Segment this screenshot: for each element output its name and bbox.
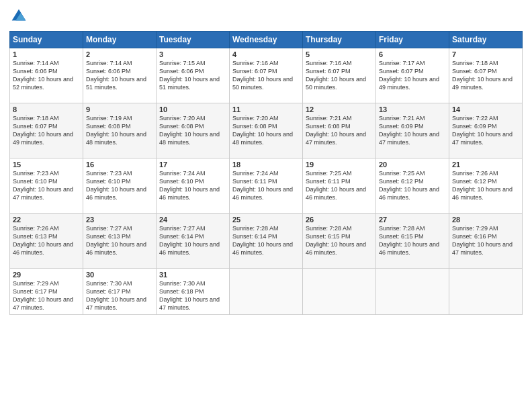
day-number: 13 bbox=[379, 105, 446, 113]
day-number: 15 bbox=[13, 161, 80, 169]
day-info: Sunrise: 7:22 AM Sunset: 6:09 PM Dayligh… bbox=[452, 114, 519, 147]
day-number: 5 bbox=[306, 50, 373, 58]
calendar-cell: 6 Sunrise: 7:17 AM Sunset: 6:07 PM Dayli… bbox=[376, 48, 449, 103]
calendar-cell: 15 Sunrise: 7:23 AM Sunset: 6:10 PM Dayl… bbox=[10, 158, 83, 214]
sunset: Sunset: 6:17 PM bbox=[13, 288, 58, 295]
day-number: 29 bbox=[13, 271, 80, 279]
day-info: Sunrise: 7:21 AM Sunset: 6:08 PM Dayligh… bbox=[306, 114, 373, 147]
sunrise: Sunrise: 7:28 AM bbox=[379, 225, 425, 232]
day-info: Sunrise: 7:16 AM Sunset: 6:07 PM Dayligh… bbox=[232, 59, 300, 92]
calendar-header-row: Sunday Monday Tuesday Wednesday Thursday… bbox=[10, 32, 523, 48]
sunset: Sunset: 6:15 PM bbox=[379, 233, 424, 240]
calendar-cell: 24 Sunrise: 7:27 AM Sunset: 6:14 PM Dayl… bbox=[157, 214, 230, 269]
day-info: Sunrise: 7:25 AM Sunset: 6:12 PM Dayligh… bbox=[379, 169, 446, 202]
sunrise: Sunrise: 7:29 AM bbox=[13, 280, 59, 287]
calendar-cell: 28 Sunrise: 7:29 AM Sunset: 6:16 PM Dayl… bbox=[449, 214, 523, 269]
day-info: Sunrise: 7:27 AM Sunset: 6:13 PM Dayligh… bbox=[86, 224, 153, 257]
daylight: Daylight: 10 hours and 49 minutes. bbox=[452, 76, 513, 91]
sunrise: Sunrise: 7:27 AM bbox=[86, 225, 132, 232]
sunset: Sunset: 6:07 PM bbox=[232, 68, 277, 75]
day-info: Sunrise: 7:26 AM Sunset: 6:12 PM Dayligh… bbox=[452, 169, 519, 202]
daylight: Daylight: 10 hours and 48 minutes. bbox=[232, 131, 293, 146]
daylight: Daylight: 10 hours and 46 minutes. bbox=[13, 241, 73, 256]
sunset: Sunset: 6:13 PM bbox=[13, 233, 58, 240]
day-info: Sunrise: 7:28 AM Sunset: 6:15 PM Dayligh… bbox=[379, 224, 446, 257]
day-info: Sunrise: 7:16 AM Sunset: 6:07 PM Dayligh… bbox=[306, 59, 373, 92]
daylight: Daylight: 10 hours and 46 minutes. bbox=[379, 241, 439, 256]
sunrise: Sunrise: 7:19 AM bbox=[86, 115, 132, 122]
sunset: Sunset: 6:14 PM bbox=[159, 233, 204, 240]
day-info: Sunrise: 7:28 AM Sunset: 6:14 PM Dayligh… bbox=[232, 224, 300, 257]
calendar-cell: 4 Sunrise: 7:16 AM Sunset: 6:07 PM Dayli… bbox=[230, 48, 303, 103]
sunset: Sunset: 6:09 PM bbox=[379, 123, 424, 130]
daylight: Daylight: 10 hours and 46 minutes. bbox=[86, 241, 146, 256]
sunset: Sunset: 6:10 PM bbox=[13, 178, 58, 185]
sunrise: Sunrise: 7:29 AM bbox=[452, 225, 498, 232]
day-info: Sunrise: 7:18 AM Sunset: 6:07 PM Dayligh… bbox=[13, 114, 80, 147]
day-info: Sunrise: 7:19 AM Sunset: 6:08 PM Dayligh… bbox=[86, 114, 153, 147]
sunrise: Sunrise: 7:22 AM bbox=[452, 115, 498, 122]
calendar-cell: 2 Sunrise: 7:14 AM Sunset: 6:06 PM Dayli… bbox=[83, 48, 157, 103]
sunset: Sunset: 6:10 PM bbox=[159, 178, 204, 185]
day-number: 18 bbox=[232, 161, 300, 169]
sunrise: Sunrise: 7:16 AM bbox=[232, 60, 279, 66]
day-info: Sunrise: 7:29 AM Sunset: 6:17 PM Dayligh… bbox=[13, 279, 80, 312]
calendar-cell: 8 Sunrise: 7:18 AM Sunset: 6:07 PM Dayli… bbox=[10, 103, 83, 158]
sunrise: Sunrise: 7:24 AM bbox=[159, 170, 206, 177]
daylight: Daylight: 10 hours and 48 minutes. bbox=[86, 131, 146, 146]
sunrise: Sunrise: 7:30 AM bbox=[86, 280, 132, 287]
daylight: Daylight: 10 hours and 47 minutes. bbox=[13, 186, 73, 201]
calendar-cell: 9 Sunrise: 7:19 AM Sunset: 6:08 PM Dayli… bbox=[83, 103, 157, 158]
daylight: Daylight: 10 hours and 46 minutes. bbox=[232, 241, 293, 256]
daylight: Daylight: 10 hours and 47 minutes. bbox=[306, 131, 366, 146]
calendar-cell: 3 Sunrise: 7:15 AM Sunset: 6:06 PM Dayli… bbox=[157, 48, 230, 103]
sunset: Sunset: 6:08 PM bbox=[86, 123, 131, 130]
sunrise: Sunrise: 7:14 AM bbox=[86, 60, 132, 66]
sunset: Sunset: 6:16 PM bbox=[452, 233, 497, 240]
sunset: Sunset: 6:08 PM bbox=[159, 123, 204, 130]
daylight: Daylight: 10 hours and 46 minutes. bbox=[306, 186, 366, 201]
sunset: Sunset: 6:07 PM bbox=[379, 68, 424, 75]
calendar-cell: 17 Sunrise: 7:24 AM Sunset: 6:10 PM Dayl… bbox=[157, 158, 230, 214]
sunrise: Sunrise: 7:14 AM bbox=[13, 60, 59, 66]
day-info: Sunrise: 7:30 AM Sunset: 6:17 PM Dayligh… bbox=[86, 279, 153, 312]
daylight: Daylight: 10 hours and 46 minutes. bbox=[379, 186, 439, 201]
calendar-cell bbox=[303, 269, 376, 315]
sunrise: Sunrise: 7:26 AM bbox=[13, 225, 59, 232]
day-number: 6 bbox=[379, 50, 446, 58]
sunset: Sunset: 6:09 PM bbox=[452, 123, 497, 130]
day-number: 23 bbox=[86, 216, 153, 224]
header bbox=[9, 7, 523, 26]
day-number: 19 bbox=[306, 161, 373, 169]
calendar-table: Sunday Monday Tuesday Wednesday Thursday… bbox=[9, 31, 523, 315]
day-number: 1 bbox=[13, 50, 80, 58]
sunrise: Sunrise: 7:21 AM bbox=[306, 115, 352, 122]
sunset: Sunset: 6:12 PM bbox=[452, 178, 497, 185]
day-info: Sunrise: 7:14 AM Sunset: 6:06 PM Dayligh… bbox=[86, 59, 153, 92]
daylight: Daylight: 10 hours and 48 minutes. bbox=[159, 131, 220, 146]
sunrise: Sunrise: 7:28 AM bbox=[232, 225, 279, 232]
calendar-cell: 25 Sunrise: 7:28 AM Sunset: 6:14 PM Dayl… bbox=[230, 214, 303, 269]
sunset: Sunset: 6:07 PM bbox=[306, 68, 351, 75]
sunrise: Sunrise: 7:25 AM bbox=[306, 170, 352, 177]
sunset: Sunset: 6:11 PM bbox=[306, 178, 351, 185]
sunset: Sunset: 6:18 PM bbox=[159, 288, 204, 295]
daylight: Daylight: 10 hours and 47 minutes. bbox=[452, 241, 513, 256]
sunset: Sunset: 6:14 PM bbox=[232, 233, 277, 240]
sunrise: Sunrise: 7:23 AM bbox=[13, 170, 59, 177]
day-info: Sunrise: 7:21 AM Sunset: 6:09 PM Dayligh… bbox=[379, 114, 446, 147]
day-info: Sunrise: 7:18 AM Sunset: 6:07 PM Dayligh… bbox=[452, 59, 519, 92]
calendar-cell: 29 Sunrise: 7:29 AM Sunset: 6:17 PM Dayl… bbox=[10, 269, 83, 315]
day-info: Sunrise: 7:27 AM Sunset: 6:14 PM Dayligh… bbox=[159, 224, 226, 257]
day-info: Sunrise: 7:26 AM Sunset: 6:13 PM Dayligh… bbox=[13, 224, 80, 257]
calendar-cell: 12 Sunrise: 7:21 AM Sunset: 6:08 PM Dayl… bbox=[303, 103, 376, 158]
daylight: Daylight: 10 hours and 51 minutes. bbox=[159, 76, 220, 91]
day-info: Sunrise: 7:20 AM Sunset: 6:08 PM Dayligh… bbox=[159, 114, 226, 147]
sunset: Sunset: 6:15 PM bbox=[306, 233, 351, 240]
daylight: Daylight: 10 hours and 46 minutes. bbox=[159, 186, 220, 201]
day-info: Sunrise: 7:29 AM Sunset: 6:16 PM Dayligh… bbox=[452, 224, 519, 257]
col-wednesday: Wednesday bbox=[230, 32, 303, 48]
daylight: Daylight: 10 hours and 46 minutes. bbox=[452, 186, 513, 201]
day-number: 28 bbox=[452, 216, 519, 224]
col-sunday: Sunday bbox=[10, 32, 83, 48]
